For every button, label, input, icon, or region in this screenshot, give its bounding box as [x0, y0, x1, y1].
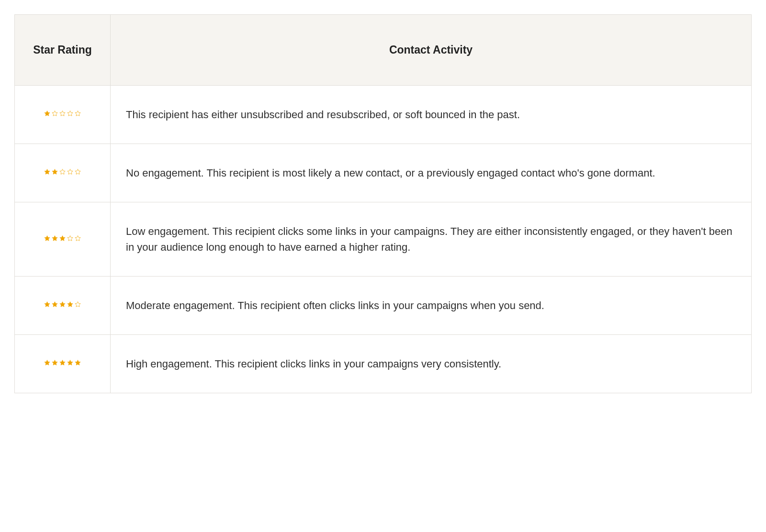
table-row: Moderate engagement. This recipient ofte… [15, 277, 752, 335]
star-icon [67, 359, 74, 366]
star-icon [51, 110, 58, 117]
star-icon [74, 110, 81, 117]
star-rating-cell [15, 144, 111, 202]
star-icon [59, 235, 66, 242]
star-rating [44, 301, 81, 308]
star-rating-cell [15, 202, 111, 277]
star-rating-cell [15, 335, 111, 393]
star-icon [51, 168, 58, 176]
star-icon [67, 301, 74, 308]
star-icon [67, 235, 74, 242]
star-icon [74, 301, 81, 308]
star-icon [59, 168, 66, 176]
star-icon [74, 235, 81, 242]
star-rating-table: Star Rating Contact Activity This recipi… [14, 14, 752, 393]
table-header-row: Star Rating Contact Activity [15, 15, 752, 86]
star-icon [44, 110, 51, 117]
contact-activity-cell: This recipient has either unsubscribed a… [111, 86, 752, 144]
star-rating [44, 110, 81, 117]
star-icon [67, 110, 74, 117]
contact-activity-cell: Low engagement. This recipient clicks so… [111, 202, 752, 277]
star-icon [59, 359, 66, 366]
star-icon [59, 301, 66, 308]
star-rating-cell [15, 277, 111, 335]
star-icon [59, 110, 66, 117]
star-icon [51, 359, 58, 366]
star-icon [44, 168, 51, 176]
table-row: Low engagement. This recipient clicks so… [15, 202, 752, 277]
table-row: No engagement. This recipient is most li… [15, 144, 752, 202]
star-icon [74, 168, 81, 176]
star-rating-cell [15, 86, 111, 144]
contact-activity-cell: High engagement. This recipient clicks l… [111, 335, 752, 393]
star-icon [51, 235, 58, 242]
star-rating [44, 359, 81, 366]
star-rating [44, 235, 81, 242]
star-icon [51, 301, 58, 308]
contact-activity-cell: No engagement. This recipient is most li… [111, 144, 752, 202]
header-contact-activity: Contact Activity [111, 15, 752, 86]
star-icon [44, 359, 51, 366]
table-row: High engagement. This recipient clicks l… [15, 335, 752, 393]
contact-activity-cell: Moderate engagement. This recipient ofte… [111, 277, 752, 335]
star-rating [44, 168, 81, 176]
star-icon [44, 235, 51, 242]
star-icon [44, 301, 51, 308]
star-icon [74, 359, 81, 366]
header-star-rating: Star Rating [15, 15, 111, 86]
table-row: This recipient has either unsubscribed a… [15, 86, 752, 144]
star-icon [67, 168, 74, 176]
